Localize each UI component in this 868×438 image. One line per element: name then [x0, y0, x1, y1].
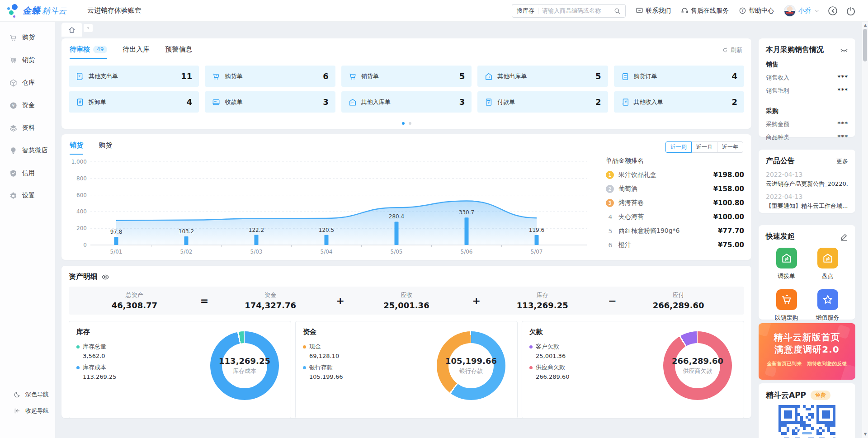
sidebar-item-销货[interactable]: 销货 [0, 49, 55, 71]
edit-pencil-icon[interactable] [840, 233, 848, 241]
account-title: 云进销存体验账套 [87, 6, 142, 15]
todo-tile-其他出库单[interactable]: →其他出库单5 [477, 66, 608, 87]
tile-count: 5 [459, 71, 465, 81]
search-placeholder: 请输入商品编码或名称 [542, 7, 613, 15]
sidebar-item-设置[interactable]: 设置 [0, 184, 55, 207]
sidebar-item-资料[interactable]: 资料 [0, 117, 55, 139]
announcement-item[interactable]: 2022-04-13云进销存产品更新公告_20220... [766, 171, 848, 188]
header-link-chat[interactable]: 联系我们 [636, 7, 671, 15]
cart-plus-icon: + [212, 72, 221, 81]
medal-icon: 2 [606, 185, 614, 193]
quick-action-label: 调拨单 [778, 272, 795, 280]
eye-icon[interactable] [101, 273, 109, 281]
quick-action-调拨单[interactable]: 调拨单 [766, 248, 807, 280]
search-icon[interactable] [613, 7, 621, 14]
tab-待出入库[interactable]: 待出入库 [123, 45, 150, 59]
svg-text:-: - [352, 73, 354, 77]
search-input[interactable]: 搜库存 请输入商品编码或名称 [512, 4, 626, 18]
sidebar-item-label: 资金 [22, 101, 35, 109]
tab-label: 待出入库 [123, 45, 150, 54]
sidebar-item-资金[interactable]: ¥资金 [0, 94, 55, 117]
stocktake-house-icon [817, 248, 838, 268]
todo-tile-拆卸单[interactable]: #拆卸单4 [69, 91, 199, 113]
range-button-近一周[interactable]: 近一周 [665, 141, 692, 153]
user-menu[interactable]: 小乔 [784, 5, 820, 17]
summary-value: 25,001.36 [341, 301, 472, 310]
quick-action-以销定购[interactable]: 以销定购 [766, 289, 807, 322]
range-button-近一月[interactable]: 近一月 [691, 141, 717, 153]
scrollbar-thumb[interactable] [863, 29, 867, 61]
sidebar-item-智慧微店[interactable]: 智慧微店 [0, 139, 55, 162]
power-button[interactable] [845, 5, 856, 16]
legend-label: 银行存款 [309, 363, 333, 372]
doc-yen-out-icon: ¥» [75, 72, 85, 81]
tile-label: 购货单 [225, 72, 242, 80]
header-link-headset[interactable]: 售后在线服务 [681, 7, 729, 15]
kingdee-logo[interactable]: 金蝶 精斗云 [7, 3, 66, 19]
scroll-down-arrow[interactable]: ▼ [862, 431, 868, 437]
quick-action-盘点[interactable]: 盘点 [807, 248, 848, 280]
rank-number: 6 [606, 241, 615, 249]
announcement-date: 2022-04-13 [766, 193, 848, 200]
chevron-down-icon [814, 8, 820, 14]
avatar[interactable] [784, 5, 796, 17]
tab-dropdown-button[interactable] [84, 24, 93, 32]
more-link[interactable]: 更多 [836, 157, 848, 165]
summary-label: 库存 [476, 291, 608, 299]
quick-action-label: 增值服务 [816, 314, 840, 322]
svg-text:280.4: 280.4 [389, 213, 404, 220]
scroll-up-arrow[interactable]: ▲ [862, 22, 868, 28]
tab-销货[interactable]: 销货 [70, 141, 83, 155]
back-circle-button[interactable] [827, 5, 838, 16]
stat-row: 销售毛利*** [766, 87, 848, 95]
assets-title: 资产明细 [69, 272, 98, 282]
announcement-text: 【重要通知】精斗云工作台域... [766, 202, 848, 210]
username[interactable]: 小乔 [798, 7, 811, 15]
sidebar-footer-深色导航[interactable]: 深色导航 [0, 386, 55, 403]
eye-closed-icon[interactable] [840, 46, 848, 54]
svg-text:5/02: 5/02 [180, 249, 193, 255]
donut-chart-资金: 105,199.66银行存款 [437, 331, 505, 400]
tab-购货[interactable]: 购货 [99, 141, 112, 155]
todo-tile-销货单[interactable]: -销货单5 [341, 66, 472, 87]
svg-text:600: 600 [76, 192, 87, 198]
svg-text:¥: ¥ [488, 101, 490, 105]
refresh-button[interactable]: 刷新 [722, 46, 742, 54]
todo-tile-购货订单[interactable]: 购货订单4 [614, 66, 744, 87]
todo-tile-其他支出单[interactable]: ¥»其他支出单11 [69, 66, 199, 87]
product-name: 橙汁 [618, 241, 713, 249]
carousel-dot[interactable] [409, 122, 411, 125]
search-scope-label[interactable]: 搜库存 [517, 7, 534, 15]
announcement-item[interactable]: 2022-04-13【重要通知】精斗云工作台域... [766, 193, 848, 210]
range-button-近一年[interactable]: 近一年 [717, 141, 743, 153]
quick-actions-card: 快速发起 调拨单盘点以销定购增值服务 [759, 225, 855, 320]
sidebar-footer-收起导航[interactable]: 收起导航 [0, 403, 55, 419]
page-scrollbar[interactable]: ▲ ▼ [862, 22, 868, 438]
header-link-help[interactable]: ?帮助中心 [739, 7, 774, 15]
survey-banner[interactable]: 精斗云新版首页 满意度调研2.0 全新首页已到来 期待收到您的反馈 [759, 323, 855, 380]
announcement-text: 云进销存产品更新公告_20220... [766, 180, 848, 188]
stat-row: 采购金额*** [766, 120, 848, 128]
sidebar-item-购货[interactable]: 购货 [0, 26, 55, 49]
todo-tile-购货单[interactable]: +购货单6 [205, 66, 335, 87]
todo-tile-收款单[interactable]: 收款单3 [205, 91, 335, 113]
quick-action-label: 盘点 [822, 272, 834, 280]
donut-chart-库存: 113,269.25库存成本 [210, 331, 279, 400]
todo-tile-付款单[interactable]: ¥付款单2 [477, 91, 608, 113]
section-title-销售: 销售 [766, 61, 848, 69]
home-tab[interactable] [61, 23, 82, 37]
legend-dot [303, 345, 306, 349]
sidebar-item-仓库[interactable]: 仓库 [0, 71, 55, 94]
carousel-dot[interactable] [402, 122, 405, 125]
star-icon [817, 289, 838, 310]
todo-tile-其他入库单[interactable]: ←其他入库单3 [341, 91, 472, 113]
sidebar-item-信用[interactable]: 信用 [0, 162, 55, 184]
todo-tile-其他收入单[interactable]: ¥«其他收入单2 [614, 91, 744, 113]
app-qr-code [778, 405, 835, 438]
assets-summary: 总资产46,308.77=资金174,327.76+应收25,001.36+库存… [69, 287, 744, 315]
tab-预警信息[interactable]: 预警信息 [165, 45, 192, 59]
header-link-label: 售后在线服务 [691, 7, 729, 15]
quick-action-增值服务[interactable]: 增值服务 [807, 289, 848, 322]
legend-dot [76, 345, 80, 349]
tab-待审核[interactable]: 待审核49 [70, 45, 107, 59]
